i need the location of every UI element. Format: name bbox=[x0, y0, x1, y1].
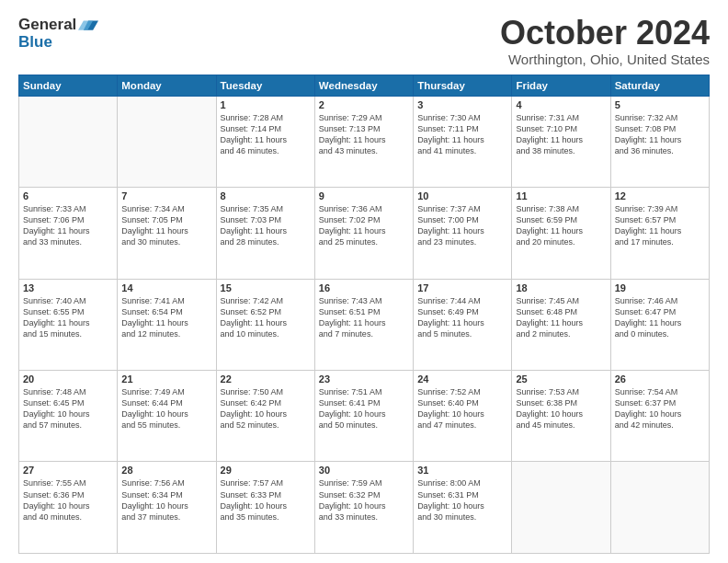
day-number: 16 bbox=[319, 282, 409, 293]
day-info: Sunrise: 7:45 AM Sunset: 6:48 PM Dayligh… bbox=[516, 295, 606, 340]
day-info: Sunrise: 7:41 AM Sunset: 6:54 PM Dayligh… bbox=[121, 295, 211, 340]
day-number: 3 bbox=[417, 99, 507, 110]
calendar-week-row: 6Sunrise: 7:33 AM Sunset: 7:06 PM Daylig… bbox=[19, 188, 710, 279]
day-info: Sunrise: 7:48 AM Sunset: 6:45 PM Dayligh… bbox=[23, 386, 113, 431]
calendar-cell: 13Sunrise: 7:40 AM Sunset: 6:55 PM Dayli… bbox=[19, 279, 118, 370]
day-info: Sunrise: 7:28 AM Sunset: 7:14 PM Dayligh… bbox=[221, 112, 311, 157]
calendar-cell: 20Sunrise: 7:48 AM Sunset: 6:45 PM Dayli… bbox=[19, 371, 118, 462]
calendar-cell: 10Sunrise: 7:37 AM Sunset: 7:00 PM Dayli… bbox=[414, 188, 512, 279]
day-info: Sunrise: 7:51 AM Sunset: 6:41 PM Dayligh… bbox=[319, 386, 409, 431]
calendar-cell: 15Sunrise: 7:42 AM Sunset: 6:52 PM Dayli… bbox=[216, 279, 314, 370]
day-number: 19 bbox=[615, 282, 705, 293]
weekday-header-row: Sunday Monday Tuesday Wednesday Thursday… bbox=[19, 75, 710, 96]
calendar-cell: 17Sunrise: 7:44 AM Sunset: 6:49 PM Dayli… bbox=[414, 279, 512, 370]
calendar-title: October 2024 bbox=[500, 15, 710, 52]
header-tuesday: Tuesday bbox=[216, 75, 314, 96]
day-number: 8 bbox=[221, 190, 311, 201]
day-info: Sunrise: 7:43 AM Sunset: 6:51 PM Dayligh… bbox=[319, 295, 409, 340]
calendar-cell: 18Sunrise: 7:45 AM Sunset: 6:48 PM Dayli… bbox=[512, 279, 610, 370]
calendar-cell: 26Sunrise: 7:54 AM Sunset: 6:37 PM Dayli… bbox=[610, 371, 709, 462]
day-info: Sunrise: 7:53 AM Sunset: 6:38 PM Dayligh… bbox=[516, 386, 606, 431]
day-info: Sunrise: 7:42 AM Sunset: 6:52 PM Dayligh… bbox=[221, 295, 311, 340]
calendar-week-row: 27Sunrise: 7:55 AM Sunset: 6:36 PM Dayli… bbox=[19, 462, 710, 554]
day-info: Sunrise: 7:35 AM Sunset: 7:03 PM Dayligh… bbox=[221, 203, 311, 248]
day-number: 5 bbox=[615, 99, 705, 110]
day-info: Sunrise: 7:56 AM Sunset: 6:34 PM Dayligh… bbox=[121, 477, 211, 523]
day-info: Sunrise: 7:49 AM Sunset: 6:44 PM Dayligh… bbox=[121, 386, 211, 431]
logo-icon bbox=[78, 15, 98, 35]
calendar-cell bbox=[118, 96, 216, 187]
logo: General Blue bbox=[18, 15, 98, 52]
calendar-cell: 31Sunrise: 8:00 AM Sunset: 6:31 PM Dayli… bbox=[414, 462, 512, 554]
day-info: Sunrise: 8:00 AM Sunset: 6:31 PM Dayligh… bbox=[417, 477, 507, 523]
day-number: 30 bbox=[319, 465, 409, 476]
day-info: Sunrise: 7:59 AM Sunset: 6:32 PM Dayligh… bbox=[319, 477, 409, 523]
day-info: Sunrise: 7:37 AM Sunset: 7:00 PM Dayligh… bbox=[417, 203, 507, 248]
calendar-cell: 8Sunrise: 7:35 AM Sunset: 7:03 PM Daylig… bbox=[216, 188, 314, 279]
day-number: 4 bbox=[516, 99, 606, 110]
day-info: Sunrise: 7:46 AM Sunset: 6:47 PM Dayligh… bbox=[615, 295, 705, 340]
calendar-cell bbox=[19, 96, 118, 187]
header-sunday: Sunday bbox=[19, 75, 118, 96]
day-info: Sunrise: 7:36 AM Sunset: 7:02 PM Dayligh… bbox=[319, 203, 409, 248]
day-number: 15 bbox=[221, 282, 311, 293]
calendar-cell: 5Sunrise: 7:32 AM Sunset: 7:08 PM Daylig… bbox=[610, 96, 709, 187]
day-number: 21 bbox=[121, 373, 211, 385]
calendar-week-row: 20Sunrise: 7:48 AM Sunset: 6:45 PM Dayli… bbox=[19, 371, 710, 462]
day-number: 26 bbox=[615, 373, 705, 385]
calendar-location: Worthington, Ohio, United States bbox=[500, 52, 710, 67]
calendar-cell: 2Sunrise: 7:29 AM Sunset: 7:13 PM Daylig… bbox=[314, 96, 413, 187]
header: General Blue October 2024 Worthington, O… bbox=[18, 15, 710, 67]
day-info: Sunrise: 7:29 AM Sunset: 7:13 PM Dayligh… bbox=[319, 112, 409, 157]
day-info: Sunrise: 7:55 AM Sunset: 6:36 PM Dayligh… bbox=[23, 477, 113, 523]
calendar-cell: 12Sunrise: 7:39 AM Sunset: 6:57 PM Dayli… bbox=[610, 188, 709, 279]
calendar-cell: 7Sunrise: 7:34 AM Sunset: 7:05 PM Daylig… bbox=[118, 188, 216, 279]
day-number: 18 bbox=[516, 282, 606, 293]
calendar-cell: 16Sunrise: 7:43 AM Sunset: 6:51 PM Dayli… bbox=[314, 279, 413, 370]
calendar-cell: 6Sunrise: 7:33 AM Sunset: 7:06 PM Daylig… bbox=[19, 188, 118, 279]
calendar-cell: 24Sunrise: 7:52 AM Sunset: 6:40 PM Dayli… bbox=[414, 371, 512, 462]
day-info: Sunrise: 7:57 AM Sunset: 6:33 PM Dayligh… bbox=[221, 477, 311, 523]
day-number: 22 bbox=[221, 373, 311, 385]
calendar-cell: 4Sunrise: 7:31 AM Sunset: 7:10 PM Daylig… bbox=[512, 96, 610, 187]
day-info: Sunrise: 7:52 AM Sunset: 6:40 PM Dayligh… bbox=[417, 386, 507, 431]
calendar-cell: 23Sunrise: 7:51 AM Sunset: 6:41 PM Dayli… bbox=[314, 371, 413, 462]
page: General Blue October 2024 Worthington, O… bbox=[0, 0, 728, 563]
calendar-table: Sunday Monday Tuesday Wednesday Thursday… bbox=[18, 75, 710, 554]
header-wednesday: Wednesday bbox=[314, 75, 413, 96]
calendar-cell: 30Sunrise: 7:59 AM Sunset: 6:32 PM Dayli… bbox=[314, 462, 413, 554]
header-monday: Monday bbox=[118, 75, 216, 96]
calendar-cell: 3Sunrise: 7:30 AM Sunset: 7:11 PM Daylig… bbox=[414, 96, 512, 187]
calendar-week-row: 1Sunrise: 7:28 AM Sunset: 7:14 PM Daylig… bbox=[19, 96, 710, 187]
day-info: Sunrise: 7:33 AM Sunset: 7:06 PM Dayligh… bbox=[23, 203, 113, 248]
day-number: 17 bbox=[417, 282, 507, 293]
calendar-cell: 19Sunrise: 7:46 AM Sunset: 6:47 PM Dayli… bbox=[610, 279, 709, 370]
day-info: Sunrise: 7:40 AM Sunset: 6:55 PM Dayligh… bbox=[23, 295, 113, 340]
day-number: 29 bbox=[221, 465, 311, 476]
day-info: Sunrise: 7:50 AM Sunset: 6:42 PM Dayligh… bbox=[221, 386, 311, 431]
calendar-cell: 1Sunrise: 7:28 AM Sunset: 7:14 PM Daylig… bbox=[216, 96, 314, 187]
day-number: 11 bbox=[516, 190, 606, 201]
header-saturday: Saturday bbox=[610, 75, 709, 96]
day-number: 13 bbox=[23, 282, 113, 293]
day-number: 27 bbox=[23, 465, 113, 476]
day-number: 24 bbox=[417, 373, 507, 385]
title-block: October 2024 Worthington, Ohio, United S… bbox=[500, 15, 710, 67]
day-info: Sunrise: 7:32 AM Sunset: 7:08 PM Dayligh… bbox=[615, 112, 705, 157]
day-info: Sunrise: 7:39 AM Sunset: 6:57 PM Dayligh… bbox=[615, 203, 705, 248]
day-number: 31 bbox=[417, 465, 507, 476]
calendar-cell: 22Sunrise: 7:50 AM Sunset: 6:42 PM Dayli… bbox=[216, 371, 314, 462]
calendar-cell bbox=[512, 462, 610, 554]
calendar-cell: 27Sunrise: 7:55 AM Sunset: 6:36 PM Dayli… bbox=[19, 462, 118, 554]
day-number: 28 bbox=[121, 465, 211, 476]
calendar-cell: 25Sunrise: 7:53 AM Sunset: 6:38 PM Dayli… bbox=[512, 371, 610, 462]
day-info: Sunrise: 7:34 AM Sunset: 7:05 PM Dayligh… bbox=[121, 203, 211, 248]
day-number: 7 bbox=[121, 190, 211, 201]
day-number: 23 bbox=[319, 373, 409, 385]
logo-general-text: General bbox=[18, 16, 76, 34]
calendar-cell: 29Sunrise: 7:57 AM Sunset: 6:33 PM Dayli… bbox=[216, 462, 314, 554]
calendar-cell: 28Sunrise: 7:56 AM Sunset: 6:34 PM Dayli… bbox=[118, 462, 216, 554]
header-friday: Friday bbox=[512, 75, 610, 96]
day-number: 25 bbox=[516, 373, 606, 385]
day-number: 9 bbox=[319, 190, 409, 201]
